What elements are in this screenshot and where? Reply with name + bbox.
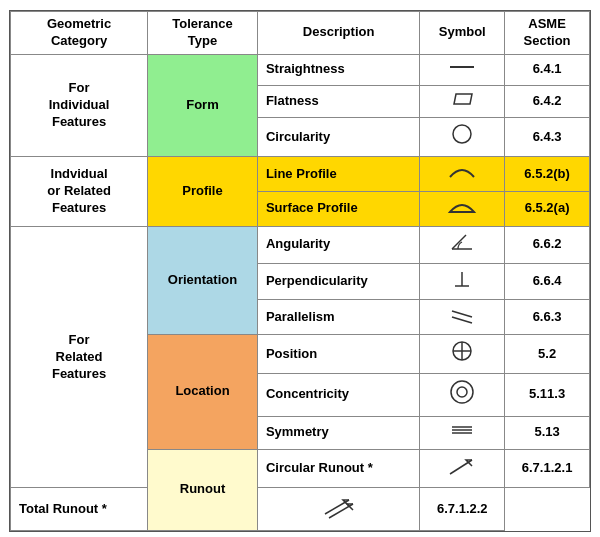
tolerance-type-cell: Orientation — [148, 226, 258, 334]
symbol-cell — [420, 416, 505, 449]
symbol-cell — [420, 85, 505, 118]
tolerance-type-cell: Profile — [148, 157, 258, 227]
header-asme-section: ASME Section — [505, 12, 590, 55]
description-cell: Line Profile — [257, 157, 420, 192]
description-cell: Angularity — [257, 226, 420, 263]
symbol-cell — [420, 226, 505, 263]
asme-section-cell: 6.7.1.2.1 — [505, 449, 590, 488]
description-cell: Straightness — [257, 54, 420, 85]
svg-line-4 — [452, 235, 466, 249]
header-geometric-category: Geometric Category — [11, 12, 148, 55]
tolerance-type-cell: Form — [148, 54, 258, 156]
symbol-cell — [420, 373, 505, 416]
symbol-cell — [257, 488, 420, 531]
asme-section-cell: 5.13 — [505, 416, 590, 449]
tolerance-type-cell: Location — [148, 335, 258, 449]
svg-marker-1 — [454, 94, 472, 104]
description-cell: Circular Runout * — [257, 449, 420, 488]
asme-section-cell: 6.6.3 — [505, 300, 590, 335]
svg-line-7 — [452, 311, 472, 317]
asme-section-cell: 6.5.2(a) — [505, 191, 590, 226]
asme-section-cell: 6.6.4 — [505, 263, 590, 300]
symbol-cell — [420, 157, 505, 192]
symbol-cell — [420, 449, 505, 488]
asme-section-cell: 6.4.2 — [505, 85, 590, 118]
description-cell: Concentricity — [257, 373, 420, 416]
asme-section-cell: 5.2 — [505, 335, 590, 374]
asme-section-cell: 6.7.1.2.2 — [420, 488, 505, 531]
header-tolerance-type: Tolerance Type — [148, 12, 258, 55]
description-cell: Flatness — [257, 85, 420, 118]
tolerance-table: Geometric Category Tolerance Type Descri… — [10, 11, 590, 531]
tolerance-type-cell: Runout — [148, 449, 258, 531]
asme-section-cell: 5.11.3 — [505, 373, 590, 416]
description-cell: Surface Profile — [257, 191, 420, 226]
header-description: Description — [257, 12, 420, 55]
description-cell: Circularity — [257, 118, 420, 157]
symbol-cell — [420, 335, 505, 374]
description-cell: Parallelism — [257, 300, 420, 335]
category-cell: For Individual Features — [11, 54, 148, 156]
svg-line-8 — [452, 317, 472, 323]
description-cell: Total Runout * — [11, 488, 148, 531]
description-cell: Perpendicularity — [257, 263, 420, 300]
symbol-cell — [420, 263, 505, 300]
main-table-wrapper: Geometric Category Tolerance Type Descri… — [9, 10, 591, 532]
svg-point-2 — [453, 125, 471, 143]
symbol-cell — [420, 300, 505, 335]
symbol-cell — [420, 191, 505, 226]
symbol-cell — [420, 54, 505, 85]
header-symbol: Symbol — [420, 12, 505, 55]
asme-section-cell: 6.5.2(b) — [505, 157, 590, 192]
asme-section-cell: 6.4.1 — [505, 54, 590, 85]
symbol-cell — [420, 118, 505, 157]
category-cell: Indvidual or Related Features — [11, 157, 148, 227]
svg-point-13 — [457, 387, 467, 397]
category-cell: For Related Features — [11, 226, 148, 488]
description-cell: Position — [257, 335, 420, 374]
asme-section-cell: 6.6.2 — [505, 226, 590, 263]
asme-section-cell: 6.4.3 — [505, 118, 590, 157]
svg-point-12 — [451, 381, 473, 403]
description-cell: Symmetry — [257, 416, 420, 449]
